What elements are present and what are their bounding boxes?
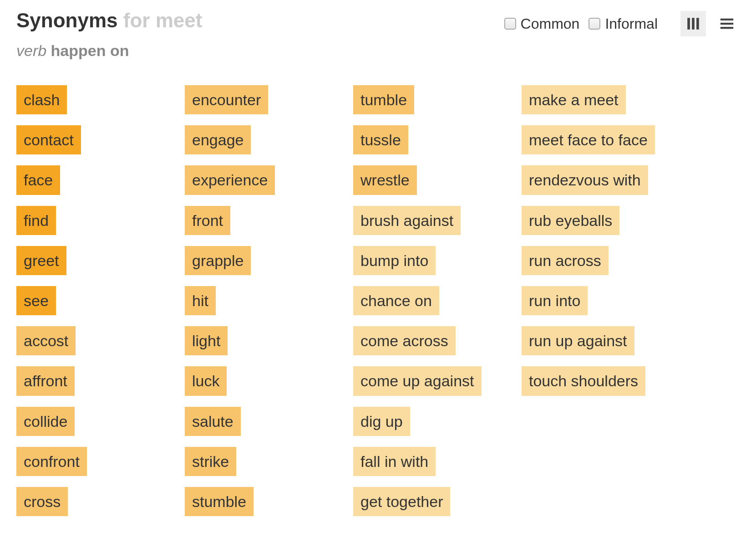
filter-informal-label: Informal [605,15,658,32]
checkbox-icon [504,18,516,30]
synonym-chip[interactable]: clash [16,85,67,114]
part-of-speech: verb [16,42,46,59]
checkbox-icon [589,18,600,30]
synonym-columns: clashcontactfacefindgreetseeaccostaffron… [16,85,740,516]
view-columns-button[interactable] [680,11,706,36]
synonym-chip[interactable]: affront [16,366,75,395]
synonym-chip[interactable]: greet [16,246,66,275]
title-context: for meet [123,9,203,31]
synonym-chip[interactable]: engage [185,125,251,154]
synonym-chip[interactable]: encounter [185,85,268,114]
view-list-button[interactable] [714,11,740,36]
columns-icon [685,16,701,31]
synonym-column: make a meetmeet face to facerendezvous w… [522,85,690,516]
synonym-chip[interactable]: contact [16,125,81,154]
synonym-chip[interactable]: cross [16,487,68,516]
synonym-chip[interactable]: grapple [185,246,251,275]
synonym-chip[interactable]: get together [353,487,450,516]
filter-common[interactable]: Common [504,15,580,32]
synonym-chip[interactable]: confront [16,447,87,476]
synonym-chip[interactable]: hit [185,286,216,315]
synonym-chip[interactable]: brush against [353,206,461,235]
synonym-chip[interactable]: collide [16,407,75,436]
synonym-chip[interactable]: dig up [353,407,410,436]
synonym-chip[interactable]: bump into [353,246,436,275]
svg-rect-4 [720,23,733,25]
synonym-chip[interactable]: run up against [522,326,634,355]
svg-rect-2 [696,18,699,30]
synonym-chip[interactable]: fall in with [353,447,436,476]
svg-rect-3 [720,19,733,20]
synonym-column: clashcontactfacefindgreetseeaccostaffron… [16,85,185,516]
synonym-chip[interactable]: strike [185,447,236,476]
synonym-column: encounterengageexperiencefrontgrapplehit… [185,85,353,516]
sense-label: happen on [51,42,129,59]
svg-rect-0 [687,18,690,30]
page-title: Synonyms for meet [16,9,202,32]
synonym-chip[interactable]: experience [185,165,275,195]
synonym-chip[interactable]: light [185,326,228,355]
synonym-column: tumbletusslewrestlebrush againstbump int… [353,85,522,516]
synonym-chip[interactable]: luck [185,366,227,395]
synonym-chip[interactable]: see [16,286,56,315]
synonym-chip[interactable]: touch shoulders [522,366,645,395]
synonym-chip[interactable]: salute [185,407,241,436]
synonym-chip[interactable]: come up against [353,366,482,395]
synonym-chip[interactable]: rendezvous with [522,165,648,195]
synonym-chip[interactable]: stumble [185,487,254,516]
synonym-chip[interactable]: face [16,165,60,195]
svg-rect-5 [720,27,733,29]
filter-common-label: Common [521,15,580,32]
synonym-chip[interactable]: front [185,206,230,235]
list-icon [719,16,735,31]
synonym-chip[interactable]: meet face to face [522,125,655,154]
synonym-chip[interactable]: tumble [353,85,414,114]
synonym-chip[interactable]: chance on [353,286,439,315]
sense-subheading: verb happen on [16,42,202,60]
filter-informal[interactable]: Informal [589,15,658,32]
synonym-chip[interactable]: accost [16,326,76,355]
synonym-chip[interactable]: tussle [353,125,408,154]
synonym-chip[interactable]: make a meet [522,85,626,114]
synonym-chip[interactable]: rub eyeballs [522,206,619,235]
title-strong: Synonyms [16,9,118,31]
synonym-chip[interactable]: wrestle [353,165,417,195]
synonym-chip[interactable]: come across [353,326,456,355]
synonym-chip[interactable]: run across [522,246,609,275]
synonym-chip[interactable]: find [16,206,56,235]
header-controls: Common Informal [504,9,740,36]
synonym-chip[interactable]: run into [522,286,588,315]
svg-rect-1 [692,18,695,30]
